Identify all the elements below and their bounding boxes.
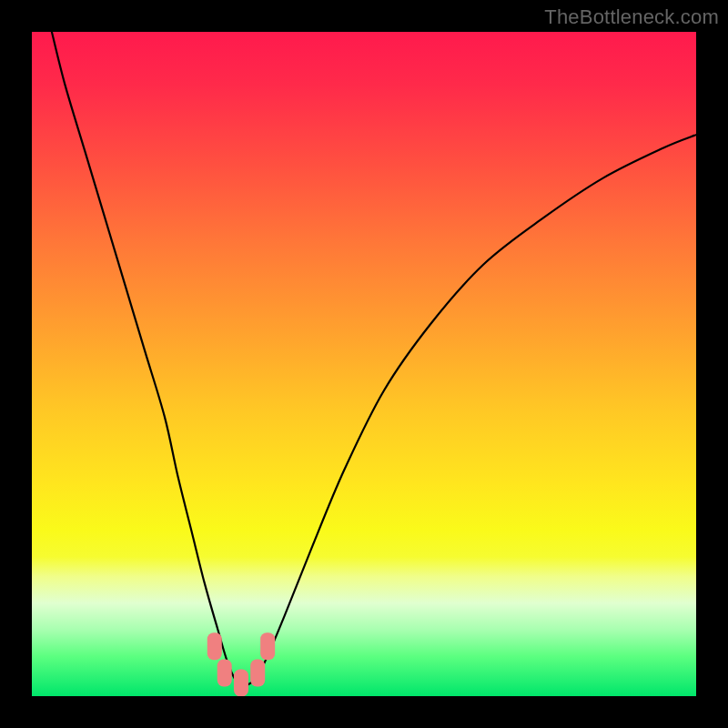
- trough-markers: [207, 632, 275, 696]
- marker: [250, 659, 265, 686]
- marker: [234, 669, 248, 696]
- marker: [217, 659, 232, 686]
- bottleneck-curve: [52, 32, 696, 685]
- marker: [207, 632, 222, 660]
- attribution-text: TheBottleneck.com: [544, 5, 719, 29]
- curve-svg: [32, 32, 696, 696]
- marker: [260, 632, 275, 660]
- chart-container: TheBottleneck.com: [0, 0, 728, 728]
- plot-area: [32, 32, 696, 696]
